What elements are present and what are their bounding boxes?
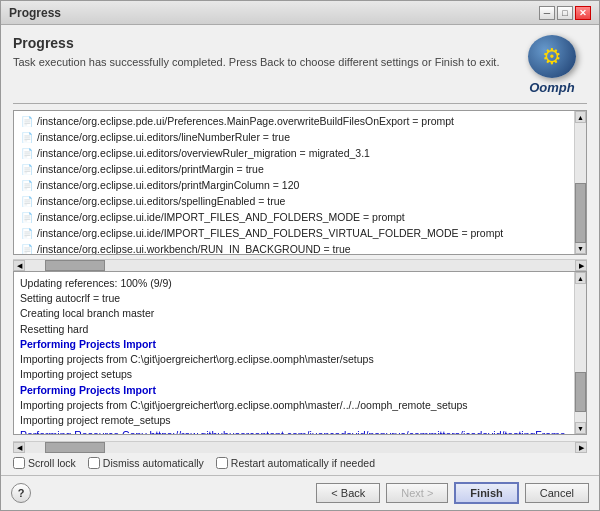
list-item[interactable]: 📄 /instance/org.eclipse.ui.ide/IMPORT_FI… bbox=[18, 225, 582, 241]
page-title: Progress bbox=[13, 35, 517, 51]
list-item[interactable]: 📄 /instance/org.eclipse.ui.editors/print… bbox=[18, 177, 582, 193]
scrollbar-h-thumb[interactable] bbox=[45, 260, 105, 271]
file-icon: 📄 bbox=[20, 194, 34, 208]
file-icon: 📄 bbox=[20, 242, 34, 254]
log-line: Importing project remote_setups bbox=[20, 413, 580, 428]
minimize-button[interactable]: ─ bbox=[539, 6, 555, 20]
log-text: /instance/org.eclipse.pde.ui/Preferences… bbox=[37, 115, 454, 127]
restart-automatically-label: Restart automatically if needed bbox=[231, 457, 375, 469]
scrollbar-left-button[interactable]: ◀ bbox=[13, 260, 25, 271]
scrollbar-right-button[interactable]: ▶ bbox=[575, 260, 587, 271]
log-line: Creating local branch master bbox=[20, 306, 580, 321]
scrollbar-up-button[interactable]: ▲ bbox=[575, 111, 586, 123]
top-log-scrollbar-h[interactable]: ◀ ▶ bbox=[13, 259, 587, 271]
scrollbar-up-button[interactable]: ▲ bbox=[575, 272, 586, 284]
scrollbar-down-button[interactable]: ▼ bbox=[575, 422, 586, 434]
restart-automatically-checkbox[interactable] bbox=[216, 457, 228, 469]
title-bar-controls: ─ □ ✕ bbox=[539, 6, 591, 20]
scrollbar-h-track bbox=[25, 442, 575, 453]
log-line: Importing projects from C:\git\joergreic… bbox=[20, 398, 580, 413]
scrollbar-h-thumb[interactable] bbox=[45, 442, 105, 453]
title-bar-left: Progress bbox=[9, 6, 61, 20]
file-icon: 📄 bbox=[20, 210, 34, 224]
file-icon: 📄 bbox=[20, 146, 34, 160]
log-text: /instance/org.eclipse.ui.editors/printMa… bbox=[37, 163, 264, 175]
main-content: Progress Task execution has successfully… bbox=[1, 25, 599, 475]
window-title: Progress bbox=[9, 6, 61, 20]
log-line-performing: Performing Projects Import bbox=[20, 383, 580, 398]
log-text: /instance/org.eclipse.ui.editors/spellin… bbox=[37, 195, 285, 207]
header-description: Task execution has successfully complete… bbox=[13, 55, 517, 70]
list-item[interactable]: 📄 /instance/org.eclipse.ui.editors/print… bbox=[18, 161, 582, 177]
list-item[interactable]: 📄 /instance/org.eclipse.ui.editors/spell… bbox=[18, 193, 582, 209]
dismiss-automatically-label: Dismiss automatically bbox=[103, 457, 204, 469]
header-section: Progress Task execution has successfully… bbox=[13, 35, 587, 95]
file-icon: 📄 bbox=[20, 130, 34, 144]
footer-buttons: < Back Next > Finish Cancel bbox=[316, 482, 589, 504]
maximize-button[interactable]: □ bbox=[557, 6, 573, 20]
cancel-button[interactable]: Cancel bbox=[525, 483, 589, 503]
bottom-log-panel[interactable]: Updating references: 100% (9/9) Setting … bbox=[13, 271, 587, 435]
scroll-lock-label: Scroll lock bbox=[28, 457, 76, 469]
scrollbar-track bbox=[575, 284, 586, 422]
log-text: /instance/org.eclipse.ui.editors/printMa… bbox=[37, 179, 299, 191]
scrollbar-down-button[interactable]: ▼ bbox=[575, 242, 586, 254]
scrollbar-thumb[interactable] bbox=[575, 372, 586, 412]
close-button[interactable]: ✕ bbox=[575, 6, 591, 20]
title-bar: Progress ─ □ ✕ bbox=[1, 1, 599, 25]
dismiss-automatically-checkbox[interactable] bbox=[88, 457, 100, 469]
log-text: /instance/org.eclipse.ui.ide/IMPORT_FILE… bbox=[37, 227, 503, 239]
log-line: Resetting hard bbox=[20, 322, 580, 337]
log-text: /instance/org.eclipse.ui.ide/IMPORT_FILE… bbox=[37, 211, 405, 223]
list-item[interactable]: 📄 /instance/org.eclipse.ui.workbench/RUN… bbox=[18, 241, 582, 254]
bottom-log-scrollbar-h[interactable]: ◀ ▶ bbox=[13, 441, 587, 453]
file-icon: 📄 bbox=[20, 178, 34, 192]
scrollbar-right-button[interactable]: ▶ bbox=[575, 442, 587, 453]
footer: ? < Back Next > Finish Cancel bbox=[1, 475, 599, 510]
top-log-panel[interactable]: 📄 /instance/org.eclipse.pde.ui/Preferenc… bbox=[13, 110, 587, 255]
file-icon: 📄 bbox=[20, 114, 34, 128]
scroll-lock-checkbox-label[interactable]: Scroll lock bbox=[13, 457, 76, 469]
back-button[interactable]: < Back bbox=[316, 483, 380, 503]
list-item[interactable]: 📄 /instance/org.eclipse.ui.ide/IMPORT_FI… bbox=[18, 209, 582, 225]
scrollbar-thumb[interactable] bbox=[575, 183, 586, 243]
scroll-lock-checkbox[interactable] bbox=[13, 457, 25, 469]
footer-left: ? bbox=[11, 483, 31, 503]
list-item[interactable]: 📄 /instance/org.eclipse.ui.editors/overv… bbox=[18, 145, 582, 161]
header-divider bbox=[13, 103, 587, 104]
oomph-circle: ⚙ bbox=[528, 35, 576, 78]
log-line: Setting autocrlf = true bbox=[20, 291, 580, 306]
list-item[interactable]: 📄 /instance/org.eclipse.ui.editors/lineN… bbox=[18, 129, 582, 145]
log-text: /instance/org.eclipse.ui.workbench/RUN_I… bbox=[37, 243, 351, 254]
top-log-list: 📄 /instance/org.eclipse.pde.ui/Preferenc… bbox=[14, 111, 586, 254]
log-line: Importing project setups bbox=[20, 367, 580, 382]
finish-button[interactable]: Finish bbox=[454, 482, 518, 504]
gear-icon: ⚙ bbox=[542, 44, 562, 70]
top-log-scrollbar-v[interactable]: ▲ ▼ bbox=[574, 111, 586, 254]
progress-window: Progress ─ □ ✕ Progress Task execution h… bbox=[0, 0, 600, 511]
oomph-brand-text: Oomph bbox=[529, 80, 575, 95]
log-text: /instance/org.eclipse.ui.editors/overvie… bbox=[37, 147, 370, 159]
dismiss-automatically-checkbox-label[interactable]: Dismiss automatically bbox=[88, 457, 204, 469]
log-line-resource-copy: Performing Resource Copy https://raw.git… bbox=[20, 428, 580, 434]
scrollbar-track bbox=[575, 123, 586, 242]
scrollbar-h-track bbox=[25, 260, 575, 271]
bottom-log-scrollbar-v[interactable]: ▲ ▼ bbox=[574, 272, 586, 434]
help-button[interactable]: ? bbox=[11, 483, 31, 503]
log-text: /instance/org.eclipse.ui.editors/lineNum… bbox=[37, 131, 290, 143]
bottom-log-content: Updating references: 100% (9/9) Setting … bbox=[14, 272, 586, 434]
oomph-logo: ⚙ Oomph bbox=[517, 35, 587, 95]
scrollbar-left-button[interactable]: ◀ bbox=[13, 442, 25, 453]
checkbox-row: Scroll lock Dismiss automatically Restar… bbox=[13, 453, 587, 475]
next-button[interactable]: Next > bbox=[386, 483, 448, 503]
log-line: Importing projects from C:\git\joergreic… bbox=[20, 352, 580, 367]
restart-automatically-checkbox-label[interactable]: Restart automatically if needed bbox=[216, 457, 375, 469]
file-icon: 📄 bbox=[20, 226, 34, 240]
log-line: Updating references: 100% (9/9) bbox=[20, 276, 580, 291]
header-left: Progress Task execution has successfully… bbox=[13, 35, 517, 70]
log-line-performing: Performing Projects Import bbox=[20, 337, 580, 352]
list-item[interactable]: 📄 /instance/org.eclipse.pde.ui/Preferenc… bbox=[18, 113, 582, 129]
file-icon: 📄 bbox=[20, 162, 34, 176]
